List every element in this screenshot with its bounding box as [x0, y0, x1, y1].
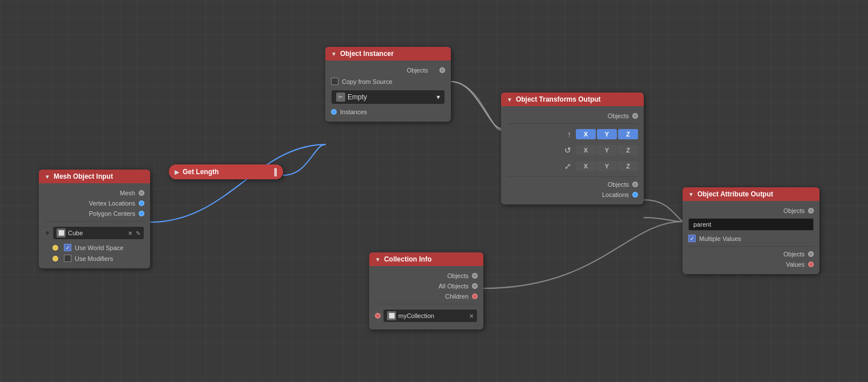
instancer-dropdown-left: ⊢ Empty [336, 93, 367, 102]
transforms-z3[interactable]: Z [618, 161, 638, 171]
transforms-xyz-row-1: ↑ X Y Z [507, 126, 638, 142]
mesh-cube-icon: ⬜ [56, 228, 66, 238]
instancer-objects-label: Objects [331, 67, 436, 74]
mesh-title: Mesh Object Input [54, 172, 113, 180]
attribute-objects-input-label: Objects [688, 207, 808, 214]
mesh-modifiers-checkbox[interactable] [64, 255, 71, 262]
mesh-cube-left: ⬜ Cube [56, 228, 83, 238]
attribute-output-values: Values [688, 259, 814, 270]
transforms-x3[interactable]: X [576, 161, 596, 171]
collection-input-row: ⬜ myCollection ✕ [375, 307, 478, 325]
mesh-worldspace-checkbox[interactable]: ✓ [64, 244, 71, 251]
attribute-title: Object Attribute Output [697, 190, 773, 198]
transforms-collapse-arrow[interactable]: ▼ [507, 96, 512, 103]
attribute-text-input[interactable]: parent [688, 218, 814, 231]
transforms-xyz-3: X Y Z [576, 160, 638, 172]
instancer-checkbox-row: Copy from Source [331, 75, 445, 87]
attribute-multivalues-row: ✓ Multiple Values [688, 233, 814, 244]
transforms-locations-socket[interactable] [632, 192, 638, 198]
instancer-instances-label: Instances [340, 108, 367, 115]
mesh-cube-pencil[interactable]: ✎ [136, 230, 140, 236]
attribute-values-socket[interactable] [808, 262, 814, 267]
transforms-x1[interactable]: X [576, 129, 596, 139]
transforms-z1[interactable]: Z [618, 129, 638, 139]
mesh-vertex-label: Vertex Locations [45, 200, 139, 207]
mesh-input-socket[interactable] [45, 230, 50, 236]
transforms-x2[interactable]: X [576, 145, 596, 155]
getlength-collapse-arrow[interactable]: ▶ [175, 169, 179, 175]
transforms-body: Objects ↑ X Y Z ↺ X Y Z ⤢ X [501, 106, 644, 204]
transforms-title: Object Transforms Output [516, 95, 601, 103]
instancer-objects-socket[interactable] [439, 67, 445, 73]
mesh-collapse-arrow[interactable]: ▼ [45, 174, 50, 180]
collection-objects-socket[interactable] [472, 273, 478, 279]
mesh-body: Mesh Vertex Locations Polygon Centers ⬜ … [39, 183, 150, 268]
node-transforms: ▼ Object Transforms Output Objects ↑ X Y… [501, 93, 644, 204]
getlength-title: Get Length [183, 168, 219, 176]
mesh-modifiers-socket[interactable] [53, 256, 58, 262]
transforms-output-locations: Locations [507, 190, 638, 200]
instancer-instances-socket[interactable] [331, 109, 337, 115]
collection-input-bar[interactable]: ⬜ myCollection ✕ [383, 309, 478, 323]
instancer-dropdown-icon: ⊢ [336, 93, 345, 102]
mesh-polygon-socket[interactable] [139, 211, 144, 216]
mesh-modifiers-row: Use Modifiers [45, 253, 144, 264]
attribute-collapse-arrow[interactable]: ▼ [688, 191, 694, 198]
mesh-output-vertex: Vertex Locations [45, 198, 144, 208]
mesh-vertex-socket[interactable] [139, 200, 144, 206]
transforms-scale-icon: ⤢ [564, 162, 571, 171]
node-collection: ▼ Collection Info Objects All Objects Ch… [369, 252, 483, 329]
instancer-dropdown-value: Empty [348, 93, 367, 101]
transforms-z2[interactable]: Z [618, 145, 638, 155]
attribute-output-objects: Objects [688, 249, 814, 259]
node-mesh: ▼ Mesh Object Input Mesh Vertex Location… [39, 170, 150, 268]
instancer-dropdown[interactable]: ⊢ Empty ▾ [331, 90, 445, 104]
transforms-xyz-1: X Y Z [576, 128, 638, 140]
transforms-xyz-row-2: ↺ X Y Z [507, 142, 638, 158]
attribute-multivalues-label: Multiple Values [699, 235, 741, 242]
transforms-y1[interactable]: Y [597, 129, 617, 139]
collection-children-socket[interactable] [472, 293, 478, 299]
instancer-collapse-arrow[interactable]: ▼ [331, 51, 337, 57]
transforms-translate-icon: ↑ [567, 130, 571, 139]
attribute-body: Objects parent ✓ Multiple Values Objects… [683, 201, 819, 274]
mesh-mesh-socket[interactable] [139, 190, 144, 196]
instancer-body: Objects Copy from Source ⊢ Empty ▾ Insta… [325, 61, 451, 122]
transforms-y2[interactable]: Y [597, 145, 617, 155]
mesh-cube-close[interactable]: ✕ [128, 230, 132, 236]
transforms-objects-input-label: Objects [507, 112, 632, 119]
attribute-objects-output-socket[interactable] [808, 251, 814, 257]
transforms-input-objects: Objects [507, 111, 638, 121]
transforms-y3[interactable]: Y [597, 161, 617, 171]
mesh-worldspace-socket[interactable] [53, 245, 58, 251]
getlength-indicator: ‖ [273, 167, 277, 176]
node-transforms-header: ▼ Object Transforms Output [501, 93, 644, 106]
mesh-output-mesh: Mesh [45, 188, 144, 198]
transforms-objects-input-socket[interactable] [632, 113, 638, 119]
mesh-cube-input[interactable]: ⬜ Cube ✕ ✎ [53, 226, 144, 240]
mesh-polygon-label: Polygon Centers [45, 210, 139, 217]
collection-input-close[interactable]: ✕ [469, 313, 474, 319]
attribute-multivalues-checkbox[interactable]: ✓ [688, 235, 696, 242]
collection-collapse-arrow[interactable]: ▼ [375, 256, 381, 263]
node-getlength: ▶ Get Length ‖ [169, 164, 283, 179]
node-collection-header: ▼ Collection Info [369, 252, 483, 266]
collection-body: Objects All Objects Children ⬜ myCollect… [369, 266, 483, 329]
instancer-checkbox[interactable] [331, 78, 338, 85]
mesh-cube-actions: ✕ ✎ [126, 230, 140, 236]
node-attribute-header: ▼ Object Attribute Output [683, 187, 819, 201]
collection-input-left: ⬜ myCollection [387, 311, 434, 320]
instancer-checkbox-label: Copy from Source [342, 78, 393, 85]
transforms-objects-output-label: Objects [507, 181, 632, 188]
mesh-worldspace-row: ✓ Use World Space [45, 242, 144, 253]
collection-allobjects-socket[interactable] [472, 283, 478, 289]
mesh-input-row: ⬜ Cube ✕ ✎ [45, 224, 144, 242]
transforms-rotate-icon: ↺ [564, 146, 571, 155]
mesh-worldspace-label: Use World Space [75, 244, 123, 251]
transforms-xyz-row-3: ⤢ X Y Z [507, 158, 638, 174]
attribute-objects-input-socket[interactable] [808, 208, 814, 214]
collection-input-socket[interactable] [375, 313, 381, 319]
mesh-output-polygon: Polygon Centers [45, 208, 144, 219]
transforms-objects-output-socket[interactable] [632, 182, 638, 187]
collection-title: Collection Info [384, 255, 431, 263]
